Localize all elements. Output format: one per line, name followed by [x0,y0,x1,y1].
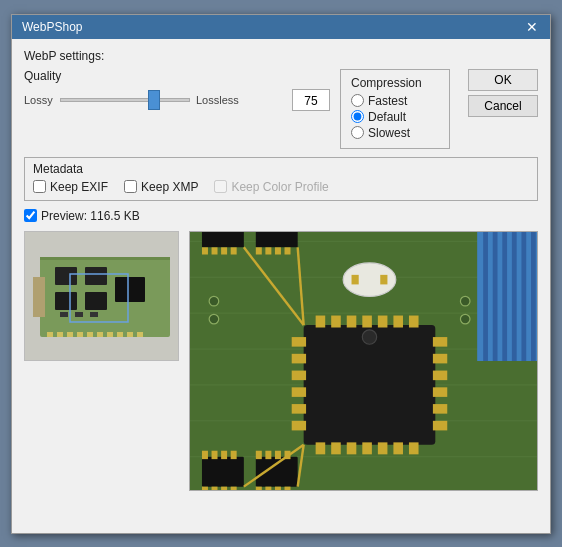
svg-rect-40 [316,442,326,454]
svg-point-110 [209,296,219,306]
svg-rect-20 [127,332,133,337]
svg-rect-42 [347,442,357,454]
left-settings: Quality Lossy Lossless 75 [24,69,330,119]
svg-rect-4 [85,267,107,285]
svg-rect-14 [67,332,73,337]
svg-rect-17 [97,332,103,337]
svg-rect-38 [393,315,403,327]
svg-rect-3 [55,267,77,285]
svg-rect-81 [221,450,227,458]
preview-svg [190,232,537,490]
svg-rect-69 [256,232,298,247]
svg-rect-60 [202,232,244,247]
svg-rect-82 [231,450,237,458]
radio-fastest-input[interactable] [351,94,364,107]
svg-rect-9 [75,312,83,317]
svg-rect-39 [409,315,419,327]
quality-label: Quality [24,69,330,83]
svg-rect-47 [292,337,306,347]
svg-rect-18 [107,332,113,337]
quality-value: 75 [292,89,330,111]
compression-and-buttons: Compression Fastest Default Slowest [330,69,538,149]
svg-rect-93 [265,486,271,489]
svg-rect-37 [378,315,388,327]
svg-rect-2 [33,277,45,317]
svg-rect-34 [331,315,341,327]
svg-rect-87 [256,456,298,486]
thumbnail-container [24,231,179,361]
svg-rect-56 [433,387,447,397]
svg-rect-80 [212,450,218,458]
svg-rect-85 [221,486,227,489]
svg-rect-75 [265,247,271,254]
svg-rect-10 [90,312,98,317]
svg-rect-12 [47,332,53,337]
svg-rect-103 [512,232,517,361]
keep-color-profile-row: Keep Color Profile [214,180,328,194]
svg-point-113 [460,314,470,324]
svg-rect-89 [265,450,271,458]
dialog-window: WebPShop ✕ WebP settings: Quality Lossy … [11,14,551,534]
close-button[interactable]: ✕ [524,20,540,34]
slider-container: Lossy Lossless [24,94,284,106]
svg-rect-79 [202,450,208,458]
svg-point-59 [362,329,376,343]
svg-rect-36 [362,315,372,327]
title-bar: WebPShop ✕ [12,15,550,39]
svg-rect-50 [292,387,306,397]
quality-slider[interactable] [60,98,190,102]
svg-rect-35 [347,315,357,327]
svg-rect-33 [316,315,326,327]
svg-rect-49 [292,370,306,380]
svg-rect-15 [77,332,83,337]
preview-checkbox[interactable] [24,209,37,222]
svg-rect-78 [202,456,244,486]
keep-exif-checkbox[interactable] [33,180,46,193]
svg-rect-53 [433,337,447,347]
svg-point-112 [460,296,470,306]
svg-rect-16 [87,332,93,337]
svg-rect-57 [433,404,447,414]
svg-rect-101 [493,232,498,361]
svg-rect-104 [521,232,526,361]
slowest-label: Slowest [368,126,410,140]
svg-rect-6 [85,292,107,310]
svg-rect-67 [221,247,227,254]
svg-rect-90 [275,450,281,458]
svg-rect-84 [212,486,218,489]
keep-xmp-label: Keep XMP [141,180,198,194]
svg-rect-66 [212,247,218,254]
svg-rect-54 [433,353,447,363]
settings-label: WebP settings: [24,49,538,63]
svg-rect-52 [292,420,306,430]
svg-rect-45 [393,442,403,454]
thumbnail-svg [25,232,179,361]
radio-slowest-input[interactable] [351,126,364,139]
svg-rect-88 [256,450,262,458]
svg-rect-51 [292,404,306,414]
top-settings-row: Quality Lossy Lossless 75 Compression [24,69,538,149]
svg-rect-97 [352,274,359,284]
svg-rect-83 [202,486,208,489]
svg-rect-76 [275,247,281,254]
cancel-button[interactable]: Cancel [468,95,538,117]
svg-point-96 [343,262,396,296]
preview-container [189,231,538,491]
svg-rect-21 [137,332,143,337]
svg-rect-98 [380,274,387,284]
svg-rect-7 [115,277,145,302]
keep-xmp-row: Keep XMP [124,180,198,194]
lossless-label: Lossless [196,94,239,106]
svg-rect-13 [57,332,63,337]
fastest-label: Fastest [368,94,407,108]
svg-rect-43 [362,442,372,454]
ok-button[interactable]: OK [468,69,538,91]
svg-rect-8 [60,312,68,317]
preview-row: Preview: 116.5 KB [24,209,538,223]
svg-rect-44 [378,442,388,454]
keep-xmp-checkbox[interactable] [124,180,137,193]
radio-default-input[interactable] [351,110,364,123]
action-buttons: OK Cancel [468,69,538,117]
svg-rect-95 [285,486,291,489]
svg-rect-92 [256,486,262,489]
